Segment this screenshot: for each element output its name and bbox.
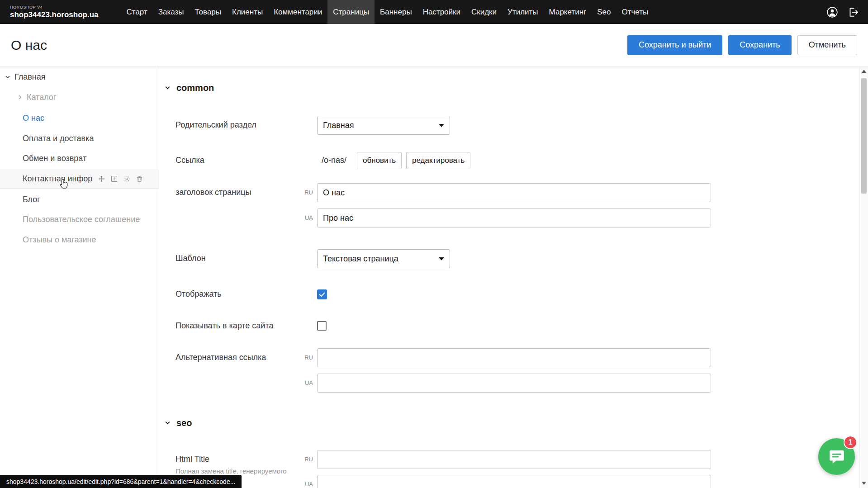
save-button[interactable]: Сохранить [728, 35, 791, 55]
sidebar-item-label: О нас [23, 114, 44, 123]
logout-icon[interactable] [847, 6, 859, 18]
alt-link-ru-input[interactable] [317, 348, 711, 367]
link-path: /o-nas/ [322, 156, 346, 165]
menu-item-skidki[interactable]: Скидки [466, 0, 502, 24]
sitemap-label: Показывать в карте сайта [175, 321, 273, 331]
move-icon[interactable] [98, 175, 105, 183]
menu-item-marketing[interactable]: Маркетинг [544, 0, 592, 24]
chevron-right-icon[interactable] [17, 94, 23, 100]
display-label: Отображать [175, 289, 222, 299]
page-title-ua-input[interactable] [317, 208, 711, 227]
section-title: seo [176, 418, 192, 428]
display-checkbox[interactable] [317, 289, 327, 299]
link-status-bar: shop34423.horoshop.ua/edit/edit.php?id=6… [0, 475, 242, 488]
html-title-ru-input[interactable] [317, 450, 711, 469]
horoshop-admin-screen: HOROSHOP V4 shop34423.horoshop.ua Старт … [0, 0, 868, 488]
sidebar-item-label: Блог [23, 195, 40, 204]
page-title-ru-input[interactable] [317, 183, 711, 202]
sidebar-item-label: Пользовательское соглашение [23, 215, 140, 224]
menu-item-klienty[interactable]: Клиенты [227, 0, 268, 24]
page-title-field-label: заголовок страницы [175, 188, 251, 197]
menu-item-zakazy[interactable]: Заказы [153, 0, 190, 24]
chevron-down-icon [439, 124, 444, 127]
lang-badge-ru: RU [298, 456, 313, 463]
link-edit-button[interactable]: редактировать [406, 152, 470, 169]
lang-badge-ua: UA [298, 481, 313, 488]
select-value: Текстовая страница [323, 254, 398, 264]
cancel-button[interactable]: Отменить [797, 35, 857, 55]
add-icon[interactable] [110, 175, 118, 183]
tree-item-actions [98, 175, 143, 183]
lang-badge-ru: RU [298, 354, 313, 361]
menu-item-kommentarii[interactable]: Комментарии [268, 0, 327, 24]
check-icon [318, 291, 326, 298]
sidebar-item-otzyvy-o-magazine[interactable]: Отзывы о магазине [0, 230, 159, 249]
pages-tree-sidebar: Главная Каталог О нас Оплата и доставка … [0, 66, 159, 488]
alt-link-label: Альтернативная ссылка [175, 353, 266, 362]
menu-item-seo[interactable]: Seo [592, 0, 616, 24]
chevron-down-icon[interactable] [5, 74, 11, 80]
header-actions: Сохранить и выйти Сохранить Отменить [627, 35, 857, 55]
sidebar-item-o-nas[interactable]: О нас [0, 109, 159, 128]
html-title-label: Html Title [175, 455, 209, 464]
chevron-down-icon [439, 257, 444, 261]
chat-bubble-icon [828, 448, 846, 466]
save-and-exit-button[interactable]: Сохранить и выйти [627, 35, 722, 55]
link-label: Ссылка [175, 156, 204, 165]
html-title-ua-input[interactable] [317, 475, 711, 488]
brand-domain: shop34423.horoshop.ua [10, 11, 99, 19]
lang-badge-ua: UA [298, 379, 313, 386]
trash-icon[interactable] [136, 175, 143, 183]
main-menu: Старт Заказы Товары Клиенты Комментарии … [121, 0, 654, 24]
link-refresh-button[interactable]: обновить [357, 152, 402, 169]
menu-item-nastroiki[interactable]: Настройки [417, 0, 466, 24]
section-title: common [176, 83, 214, 93]
sidebar-item-kontaktnaya-infor[interactable]: Контактная инфор [0, 169, 159, 188]
scroll-down-arrow[interactable] [862, 482, 866, 485]
scroll-up-arrow[interactable] [862, 70, 866, 73]
chat-unread-badge: 1 [844, 436, 857, 449]
sidebar-item-oplata-i-dostavka[interactable]: Оплата и доставка [0, 129, 159, 148]
page-edit-form: common Родительский раздел Главная Ссылк… [160, 66, 859, 488]
menu-item-utility[interactable]: Утилиты [502, 0, 544, 24]
sidebar-item-label: Отзывы о магазине [23, 235, 96, 245]
menu-item-bannery[interactable]: Баннеры [375, 0, 417, 24]
section-common[interactable]: common [164, 83, 214, 93]
template-label: Шаблон [175, 254, 206, 263]
page-title: О нас [11, 38, 47, 53]
topbar: HOROSHOP V4 shop34423.horoshop.ua Старт … [0, 0, 868, 24]
sitemap-checkbox[interactable] [317, 321, 327, 331]
menu-item-stranicy[interactable]: Страницы [327, 0, 375, 24]
sidebar-item-label: Обмен и возврат [23, 154, 86, 163]
sidebar-item-label: Оплата и доставка [23, 134, 94, 143]
sidebar-item-glavnaya[interactable]: Главная [0, 67, 159, 86]
scrollbar-thumb[interactable] [861, 78, 867, 194]
section-seo[interactable]: seo [164, 418, 192, 428]
topbar-right [826, 6, 859, 18]
vertical-scrollbar[interactable] [859, 66, 868, 488]
sidebar-item-katalog[interactable]: Каталог [0, 88, 159, 107]
parent-section-label: Родительский раздел [175, 120, 256, 130]
chevron-down-icon [164, 83, 171, 93]
menu-item-tovary[interactable]: Товары [190, 0, 227, 24]
parent-section-select[interactable]: Главная [317, 116, 450, 135]
brand-version: HOROSHOP V4 [10, 5, 99, 9]
select-value: Главная [323, 121, 354, 130]
template-select[interactable]: Текстовая страница [317, 249, 450, 268]
sidebar-item-blog[interactable]: Блог [0, 190, 159, 209]
html-title-hint: Полная замена title, генерируемого [175, 467, 287, 475]
sidebar-item-label: Главная [14, 72, 46, 82]
sidebar-item-label: Каталог [27, 93, 56, 102]
sidebar-item-label: Контактная инфор [23, 174, 92, 184]
alt-link-ua-input[interactable] [317, 374, 711, 393]
sidebar-item-obmen-i-vozvrat[interactable]: Обмен и возврат [0, 149, 159, 168]
gear-icon[interactable] [123, 175, 131, 183]
menu-item-otchety[interactable]: Отчеты [616, 0, 654, 24]
chat-launcher[interactable]: 1 [818, 438, 855, 475]
account-icon[interactable] [826, 6, 838, 18]
chevron-down-icon [164, 418, 171, 428]
menu-item-start[interactable]: Старт [121, 0, 153, 24]
brand-logo[interactable]: HOROSHOP V4 shop34423.horoshop.ua [10, 5, 99, 19]
sidebar-item-polzovatelskoe-soglashenie[interactable]: Пользовательское соглашение [0, 210, 159, 229]
page-header: О нас Сохранить и выйти Сохранить Отмени… [0, 24, 868, 66]
